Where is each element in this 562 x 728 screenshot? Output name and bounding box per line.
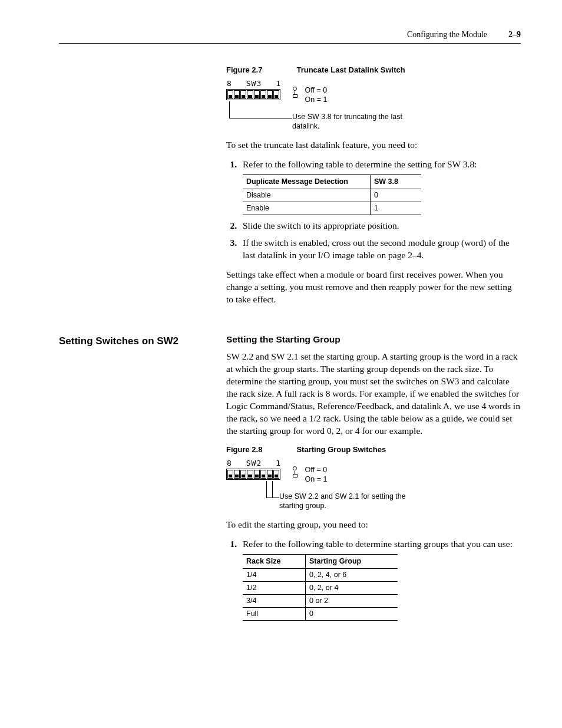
dip-orientation-icon: [292, 87, 298, 98]
table-cell: 1: [371, 202, 422, 215]
dip-switch-sw2: 8 SW2 1: [226, 458, 282, 480]
steps-list-1: Refer to the following table to determin…: [226, 159, 521, 261]
figure-id: Figure 2.7: [226, 65, 262, 74]
table-cell: Full: [243, 607, 306, 620]
table-sw38: Duplicate Message Detection SW 3.8 Disab…: [243, 174, 421, 215]
table-cell: Disable: [243, 189, 371, 202]
table-header: Starting Group: [306, 555, 398, 569]
step-text: Refer to the following table to determin…: [243, 159, 477, 169]
dip-legend: Off = 0 On = 1: [305, 86, 328, 104]
sub-heading: Setting the Starting Group: [226, 334, 521, 346]
figure-title: Starting Group Switches: [296, 445, 386, 454]
figure-id: Figure 2.8: [226, 445, 262, 454]
step-text: If the switch is enabled, cross out the …: [243, 238, 510, 260]
step-text: Slide the switch to its appropriate posi…: [243, 220, 399, 230]
figure-2-8-caption: Figure 2.8Starting Group Switches: [226, 444, 521, 455]
legend-off: Off = 0: [305, 86, 328, 95]
page-header: Configuring the Module 2–9: [59, 29, 521, 44]
dip-index-right: 1: [276, 458, 281, 469]
figure-callout: Use SW 3.8 for truncating the last datal…: [292, 101, 422, 131]
intro-paragraph: To edit the starting group, you need to:: [226, 519, 521, 531]
table-cell: 0 or 2: [306, 594, 398, 607]
starting-group-paragraph: SW 2.2 and SW 2.1 set the starting group…: [226, 351, 521, 437]
dip-orientation-icon: [292, 466, 298, 477]
chapter-title: Configuring the Module: [407, 29, 487, 41]
steps-list-2: Refer to the following table to determin…: [226, 538, 521, 620]
table-cell: 0, 2, or 4: [306, 582, 398, 595]
table-cell: 1/4: [243, 569, 306, 582]
legend-off: Off = 0: [305, 466, 328, 475]
section-heading-left: Setting Switches on SW2: [59, 334, 212, 627]
figure-2-8: 8 SW2 1 Off = 0 On = 1: [226, 458, 521, 510]
table-header: SW 3.8: [371, 175, 422, 189]
table-cell: 3/4: [243, 594, 306, 607]
figure-2-7: 8 SW3 1 Off = 0 On = 1 Use: [226, 78, 521, 131]
table-cell: 0: [306, 607, 398, 620]
figure-2-7-caption: Figure 2.7Truncate Last Datalink Switch: [226, 65, 521, 75]
callout-leader-line: [226, 481, 279, 506]
dip-name: SW3: [246, 78, 262, 89]
dip-index-left: 8: [227, 78, 232, 89]
table-starting-group: Rack Size Starting Group 1/4 0, 2, 4, or…: [243, 554, 398, 620]
dip-switch-sw3: 8 SW3 1: [226, 78, 282, 100]
figure-callout: Use SW 2.2 and SW 2.1 for setting the st…: [279, 481, 409, 511]
table-cell: 0, 2, 4, or 6: [306, 569, 398, 582]
legend-on: On = 1: [305, 475, 328, 485]
table-cell: Enable: [243, 202, 371, 215]
dip-index-left: 8: [227, 458, 232, 469]
intro-paragraph: To set the truncate last datalink featur…: [226, 139, 521, 151]
dip-legend: Off = 0 On = 1: [305, 466, 328, 484]
table-header: Duplicate Message Detection: [243, 175, 371, 189]
figure-title: Truncate Last Datalink Switch: [296, 65, 405, 74]
legend-on: On = 1: [305, 95, 328, 105]
page-number: 2–9: [508, 29, 521, 41]
step-text: Refer to the following table to determin…: [243, 539, 513, 549]
dip-name: SW2: [246, 458, 262, 469]
table-cell: 1/2: [243, 582, 306, 595]
callout-leader-line: [226, 101, 292, 126]
power-paragraph: Settings take effect when a module or bo…: [226, 269, 521, 306]
table-header: Rack Size: [243, 555, 306, 569]
dip-index-right: 1: [276, 78, 281, 89]
table-cell: 0: [371, 189, 422, 202]
